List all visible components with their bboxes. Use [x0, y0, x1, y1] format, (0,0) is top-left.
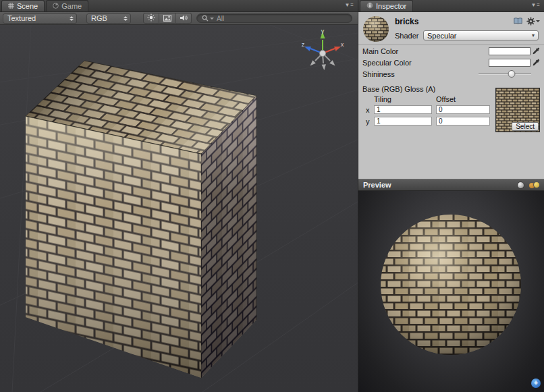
preview-header[interactable]: Preview	[358, 179, 544, 191]
inspector-pane: Inspector ▼≡	[358, 0, 544, 392]
scene-search-input[interactable]: All	[196, 13, 352, 23]
shininess-slider[interactable]	[479, 69, 531, 79]
search-icon	[202, 12, 209, 24]
specular-color-swatch[interactable]	[489, 59, 531, 67]
specular-color-row: Specular Color	[358, 57, 544, 68]
shader-label: Shader	[395, 32, 422, 40]
main-color-label: Main Color	[362, 47, 489, 55]
audio-toggle-button[interactable]	[175, 13, 192, 24]
image-icon	[163, 13, 171, 24]
search-text: All	[217, 15, 224, 22]
slider-track[interactable]	[479, 74, 531, 75]
gear-caret-icon	[536, 20, 540, 22]
draw-mode-dropdown[interactable]: Textured	[3, 13, 77, 24]
chevron-down-icon: ▾	[532, 32, 535, 38]
offset-header: Offset	[436, 95, 456, 103]
inspector-body: bricks Shader Specular ▾	[358, 12, 544, 179]
main-color-swatch[interactable]	[489, 47, 531, 55]
search-filter-caret-icon[interactable]	[210, 18, 214, 20]
tab-inspector[interactable]: Inspector	[360, 0, 413, 11]
texture-thumbnail[interactable]: Select	[495, 88, 540, 132]
shininess-row: Shininess	[358, 68, 544, 80]
offset-x-input[interactable]	[436, 105, 490, 114]
brick-cube	[26, 61, 256, 378]
texture-select-button[interactable]: Select	[512, 122, 539, 131]
grid-icon	[8, 2, 14, 10]
game-icon	[53, 2, 59, 10]
shader-value: Specular	[427, 32, 456, 40]
inspector-tabstrip: Inspector ▼≡	[358, 0, 544, 12]
material-preview-area[interactable]: +	[358, 191, 544, 392]
pane-menu-icon[interactable]: ▼≡	[531, 2, 541, 8]
gizmo-y-label: y	[321, 28, 325, 34]
tiling-x-input[interactable]	[374, 105, 432, 114]
preview-title: Preview	[363, 181, 391, 189]
tiling-y-input[interactable]	[374, 117, 432, 125]
scene-toolbar: Textured RGB	[0, 12, 358, 25]
gizmo-x-label: x	[341, 41, 344, 48]
lighting-toggle-button[interactable]	[143, 13, 159, 24]
offset-y-input[interactable]	[436, 117, 490, 125]
scene-toggle-group	[143, 13, 192, 24]
material-preview-ball	[362, 16, 389, 43]
help-book-icon[interactable]	[514, 18, 522, 26]
preview-sphere	[379, 213, 522, 356]
tab-game-label: Game	[61, 2, 82, 10]
scene-3d-canvas	[0, 25, 358, 392]
scene-gizmo[interactable]: y x z	[297, 28, 348, 78]
draw-mode-value: Textured	[7, 14, 36, 22]
shininess-label: Shininess	[362, 70, 479, 78]
specular-color-label: Specular Color	[362, 59, 489, 67]
preview-sphere-icon[interactable]	[517, 181, 524, 189]
scene-pane: Scene Game ▼≡ Textured RGB	[0, 0, 358, 392]
inspector-icon	[366, 2, 373, 10]
blue-plus-icon[interactable]: +	[531, 379, 541, 388]
pane-menu-icon[interactable]: ▼≡	[344, 2, 354, 8]
shininess-slider-thumb[interactable]	[508, 70, 516, 78]
sun-icon	[147, 13, 155, 24]
unity-editor-window: Scene Game ▼≡ Textured RGB	[0, 0, 544, 392]
shader-dropdown[interactable]: Specular ▾	[423, 30, 539, 40]
eyedropper-icon[interactable]	[533, 47, 540, 55]
render-mode-value: RGB	[91, 14, 107, 22]
skybox-toggle-button[interactable]	[159, 13, 175, 24]
tiling-header: Tiling	[374, 95, 436, 103]
tab-scene[interactable]: Scene	[1, 0, 45, 11]
gear-icon[interactable]	[526, 17, 540, 26]
tab-inspector-label: Inspector	[376, 2, 406, 10]
popup-arrows-icon	[124, 16, 128, 21]
popup-arrows-icon	[70, 16, 74, 21]
gizmo-z-label: z	[302, 41, 305, 48]
axis-y-label: y	[366, 117, 374, 125]
scene-tabstrip: Scene Game ▼≡	[0, 0, 358, 12]
tab-scene-label: Scene	[17, 2, 38, 10]
speaker-icon	[180, 13, 188, 24]
material-header: bricks Shader Specular ▾	[358, 12, 544, 45]
eyedropper-icon[interactable]	[533, 59, 540, 67]
render-mode-dropdown[interactable]: RGB	[86, 13, 131, 24]
tab-game[interactable]: Game	[46, 0, 88, 11]
preview-lighting-icon[interactable]	[529, 181, 539, 189]
scene-viewport[interactable]: y x z	[0, 25, 358, 392]
main-color-row: Main Color	[358, 45, 544, 57]
axis-x-label: x	[366, 106, 374, 114]
